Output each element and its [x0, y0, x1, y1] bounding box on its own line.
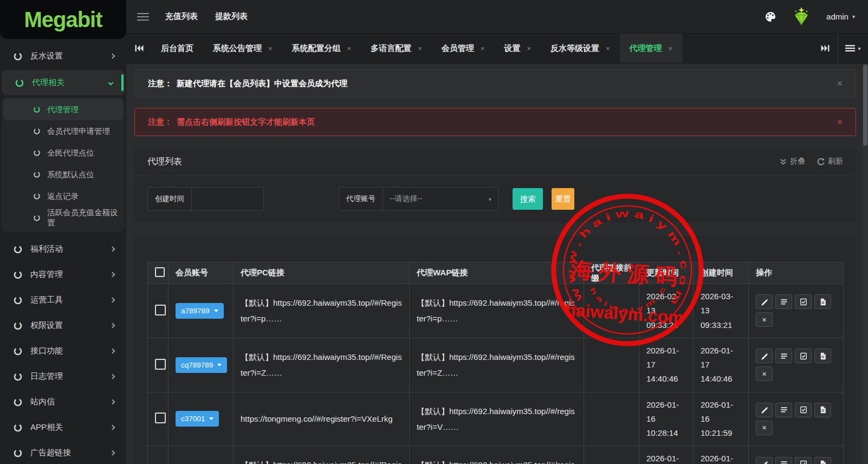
delete-button[interactable]: × — [756, 366, 773, 381]
topnav-item[interactable]: 充值列表 — [165, 11, 198, 22]
tab[interactable]: 后台首页 — [151, 34, 203, 63]
created-cell: 2026-01-1610:21:59 — [694, 392, 749, 446]
sidebar-item[interactable]: 内容管理 — [0, 262, 126, 287]
topnav-item[interactable]: 提款列表 — [215, 11, 248, 22]
edit-button[interactable] — [756, 294, 773, 309]
tab-label: 系统配置分组 — [292, 43, 341, 54]
select-all-checkbox[interactable] — [155, 267, 165, 277]
agent-account-select[interactable]: --请选择-- ▾ — [383, 188, 498, 210]
tab-list: 后台首页 系统公告管理 × 系统配置分组 × 多语言配置 × 会员管理 × 设置… — [151, 34, 813, 63]
tab-close-icon[interactable]: × — [527, 44, 531, 53]
hamburger-icon[interactable] — [137, 13, 149, 21]
sidebar-item-label: 运营工具 — [30, 295, 111, 305]
table-row: cq789789 【默认】https://692.haiwaiym35.top/… — [148, 338, 844, 392]
table-row: a789789 【默认】https://692.haiwaiym35.top//… — [148, 284, 844, 338]
row-checkbox[interactable] — [155, 305, 166, 315]
tab[interactable]: 设置 × — [494, 34, 541, 63]
edit-button[interactable] — [756, 457, 773, 464]
audit-button[interactable] — [795, 349, 812, 363]
submenu-item[interactable]: 代理管理 — [3, 99, 123, 120]
theme-palette-icon[interactable] — [765, 11, 776, 23]
account-button[interactable]: c37001 — [176, 411, 219, 427]
audit-button[interactable] — [795, 457, 812, 464]
close-icon[interactable]: × — [837, 117, 843, 128]
tab-close-icon[interactable]: × — [347, 44, 352, 53]
ring-icon — [33, 214, 41, 222]
sidebar-item[interactable]: APP相关 — [0, 415, 126, 440]
tab-close-icon[interactable]: × — [606, 44, 610, 53]
tab[interactable]: 系统公告管理 × — [203, 34, 282, 63]
delete-button[interactable]: × — [756, 312, 773, 327]
sidebar-item[interactable]: 代理相关 — [2, 70, 125, 95]
tab[interactable]: 系统配置分组 × — [282, 34, 361, 63]
tabs-scroll-right-button[interactable] — [813, 34, 838, 63]
tab-close-icon[interactable]: × — [418, 44, 422, 53]
table-row: qq545505 【默认】https://692.haiwaiym35.top/… — [148, 446, 844, 464]
account-button[interactable]: cq789789 — [176, 357, 227, 373]
tab[interactable]: 会员管理 × — [432, 34, 495, 63]
report-button[interactable] — [814, 294, 831, 309]
caret-down-icon — [209, 417, 213, 420]
sidebar-item[interactable]: 权限设置 — [0, 313, 126, 338]
log-button[interactable] — [775, 349, 792, 363]
list-icon — [780, 298, 788, 306]
row-checkbox[interactable] — [155, 359, 166, 370]
reset-button[interactable]: 重置 — [552, 188, 574, 210]
tab[interactable]: 代理管理 × — [620, 34, 683, 63]
file-icon — [819, 460, 827, 464]
log-button[interactable] — [775, 403, 792, 417]
submenu-item[interactable]: 返点记录 — [2, 185, 125, 207]
collapse-button[interactable]: 折叠 — [780, 157, 805, 166]
pencil-icon — [761, 460, 768, 464]
submenu-item[interactable]: 会员代理申请管理 — [2, 120, 125, 142]
notice-text: 新建代理请在【会员列表】中设置会员成为代理 — [177, 79, 347, 89]
refresh-button[interactable]: 刷新 — [817, 157, 843, 166]
submenu-item[interactable]: 活跃会员充值金额设置 — [2, 207, 125, 229]
tab[interactable]: 反水等级设置 × — [541, 34, 620, 63]
caret-down-icon — [214, 310, 218, 312]
close-icon[interactable]: × — [837, 78, 843, 89]
edit-button[interactable] — [756, 349, 773, 363]
created-time-input[interactable] — [192, 188, 263, 210]
sidebar-item[interactable]: 运营工具 — [0, 287, 126, 313]
sidebar-item[interactable]: 日志管理 — [0, 364, 126, 389]
report-button[interactable] — [814, 349, 831, 363]
sidebar-item[interactable]: 接口功能 — [0, 338, 126, 364]
sidebar-item-label: 广告超链接 — [30, 448, 111, 458]
account-button[interactable]: a789789 — [176, 303, 224, 319]
ring-icon — [13, 372, 23, 382]
log-button[interactable] — [775, 457, 792, 464]
sidebar-item[interactable]: 福利活动 — [0, 236, 126, 262]
tab-close-icon[interactable]: × — [481, 44, 485, 53]
edit-button[interactable] — [756, 403, 773, 417]
log-button[interactable] — [775, 294, 792, 309]
tab-close-icon[interactable]: × — [268, 44, 273, 53]
doc-check-icon — [800, 460, 807, 464]
report-button[interactable] — [814, 403, 831, 417]
audit-button[interactable] — [795, 403, 812, 417]
sidebar-item[interactable]: 反水设置 — [0, 43, 126, 69]
created-time-group: 创建时间 — [147, 187, 264, 211]
tabs-scroll-left-button[interactable] — [126, 34, 151, 63]
audit-button[interactable] — [795, 294, 812, 309]
tab-label: 会员管理 — [442, 43, 474, 54]
sidebar-item[interactable]: 站内信 — [0, 389, 126, 415]
submenu-item[interactable]: 系统默认点位 — [2, 164, 125, 185]
sidebar-item[interactable]: 广告超链接 — [0, 440, 126, 464]
delete-button[interactable]: × — [756, 421, 773, 435]
gem-avatar-icon[interactable] — [791, 7, 812, 27]
row-checkbox[interactable] — [155, 413, 166, 423]
user-menu[interactable]: admin ▾ — [826, 12, 855, 21]
submenu-item[interactable]: 全民代理点位 — [2, 142, 125, 164]
created-cell: 2026-01-1602:54:46 — [694, 446, 749, 464]
column-header: 代理PC链接 — [234, 262, 410, 284]
search-button[interactable]: 搜索 — [513, 188, 543, 210]
column-header-label: 更新时间 — [646, 268, 679, 277]
tab[interactable]: 多语言配置 × — [361, 34, 432, 63]
tab-close-icon[interactable]: × — [669, 44, 673, 53]
topnav-item-label: 充值列表 — [165, 11, 198, 21]
column-header-label: 代理链接前缀 — [591, 263, 632, 282]
tabs-options-button[interactable]: ▾ — [838, 34, 868, 63]
report-button[interactable] — [814, 457, 831, 464]
scrollbar[interactable] — [863, 63, 868, 464]
